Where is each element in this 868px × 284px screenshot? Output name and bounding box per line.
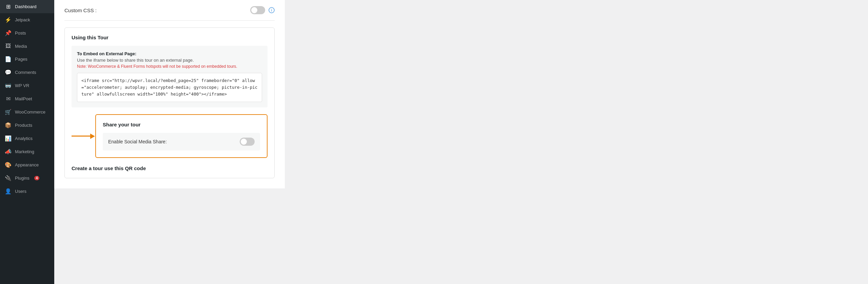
media-icon: 🖼 — [5, 43, 12, 49]
sidebar-item-posts[interactable]: 📌 Posts — [0, 26, 54, 40]
users-icon: 👤 — [5, 188, 12, 195]
sidebar-item-label: MailPoet — [15, 96, 32, 101]
qr-section: Create a tour use this QR code — [72, 165, 268, 171]
sidebar-item-products[interactable]: 📦 Products — [0, 119, 54, 132]
mailpoet-icon: ✉ — [5, 96, 12, 102]
sidebar-item-plugins[interactable]: 🔌 Plugins 4 — [0, 171, 54, 185]
arrow-line — [72, 136, 90, 137]
sidebar-item-marketing[interactable]: 📣 Marketing — [0, 145, 54, 158]
sidebar-item-label: Posts — [15, 31, 26, 36]
sidebar-item-label: Dashboard — [15, 4, 37, 9]
embed-title: To Embed on External Page: — [77, 51, 262, 56]
share-tour-box: Share your tour Enable Social Media Shar… — [95, 114, 268, 158]
social-media-toggle[interactable] — [240, 138, 255, 146]
embed-note: Note: WooCommerce & Fluent Forms hotspot… — [77, 64, 262, 69]
sidebar-item-analytics[interactable]: 📊 Analytics — [0, 132, 54, 145]
custom-css-controls: i — [250, 6, 275, 14]
sidebar-item-pages[interactable]: 📄 Pages — [0, 53, 54, 66]
sidebar-item-label: Products — [15, 123, 32, 128]
jetpack-icon: ⚡ — [5, 17, 12, 23]
plugins-icon: 🔌 — [5, 175, 12, 181]
embed-box: To Embed on External Page: Use the ifram… — [72, 46, 268, 107]
sidebar: ⊞ Dashboard ⚡ Jetpack 📌 Posts 🖼 Media 📄 … — [0, 0, 54, 284]
sidebar-item-label: Plugins — [15, 176, 29, 181]
plugins-badge: 4 — [34, 176, 40, 180]
woocommerce-icon: 🛒 — [5, 109, 12, 115]
using-tour-card: Using this Tour To Embed on External Pag… — [64, 27, 275, 178]
appearance-icon: 🎨 — [5, 162, 12, 168]
custom-css-row: Custom CSS : i — [64, 0, 275, 21]
sidebar-item-label: WP VR — [15, 83, 29, 88]
embed-code: <iframe src="http://wpvr.local/?embed_pa… — [77, 73, 262, 102]
sidebar-item-media[interactable]: 🖼 Media — [0, 40, 54, 53]
content-area: Custom CSS : i Using this Tour To Embed … — [54, 0, 285, 188]
products-icon: 📦 — [5, 122, 12, 128]
posts-icon: 📌 — [5, 30, 12, 36]
sidebar-item-jetpack[interactable]: ⚡ Jetpack — [0, 13, 54, 26]
right-panel — [461, 0, 868, 284]
dashboard-icon: ⊞ — [5, 3, 12, 10]
sidebar-item-woocommerce[interactable]: 🛒 WooCommerce — [0, 105, 54, 119]
social-media-share-row: Enable Social Media Share: — [103, 133, 260, 150]
custom-css-toggle[interactable] — [250, 6, 265, 14]
custom-css-info-icon[interactable]: i — [269, 7, 275, 13]
sidebar-item-comments[interactable]: 💬 Comments — [0, 66, 54, 79]
sidebar-item-dashboard[interactable]: ⊞ Dashboard — [0, 0, 54, 13]
share-tour-title: Share your tour — [103, 122, 260, 127]
qr-code-label: Create a tour use this QR code — [72, 165, 146, 171]
sidebar-item-users[interactable]: 👤 Users — [0, 185, 54, 198]
sidebar-item-label: Jetpack — [15, 17, 30, 22]
sidebar-item-label: Pages — [15, 57, 27, 62]
arrow-indicator — [72, 134, 95, 139]
social-toggle-slider — [240, 138, 255, 146]
sidebar-item-label: Analytics — [15, 136, 33, 141]
sidebar-item-label: Comments — [15, 70, 36, 75]
marketing-icon: 📣 — [5, 148, 12, 155]
sidebar-item-appearance[interactable]: 🎨 Appearance — [0, 158, 54, 171]
sidebar-item-label: Users — [15, 189, 26, 194]
arrow-head — [90, 134, 95, 139]
main-content: Custom CSS : i Using this Tour To Embed … — [54, 0, 461, 284]
custom-css-label: Custom CSS : — [64, 7, 97, 13]
tour-card-title: Using this Tour — [72, 35, 268, 40]
sidebar-item-label: Media — [15, 44, 27, 49]
sidebar-item-wpvr[interactable]: 🥽 WP VR — [0, 79, 54, 92]
embed-subtitle: Use the iframe below to share this tour … — [77, 58, 262, 63]
share-tour-wrapper: Share your tour Enable Social Media Shar… — [95, 114, 268, 158]
comments-icon: 💬 — [5, 69, 12, 76]
analytics-icon: 📊 — [5, 135, 12, 142]
toggle-slider — [250, 6, 265, 14]
sidebar-item-label: Appearance — [15, 162, 39, 167]
wpvr-icon: 🥽 — [5, 82, 12, 89]
pages-icon: 📄 — [5, 56, 12, 62]
sidebar-item-label: Marketing — [15, 149, 34, 154]
sidebar-item-mailpoet[interactable]: ✉ MailPoet — [0, 92, 54, 105]
sidebar-item-label: WooCommerce — [15, 109, 45, 115]
social-media-label: Enable Social Media Share: — [108, 139, 167, 144]
